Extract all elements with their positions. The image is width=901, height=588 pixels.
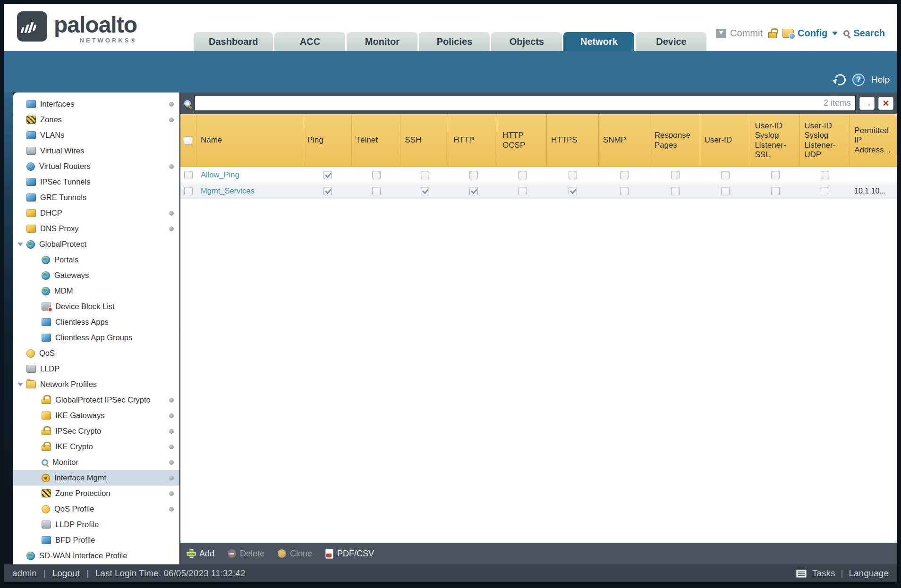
sidebar-item-ike-crypto[interactable]: IKE Crypto xyxy=(13,439,179,454)
unchecked-checkbox[interactable] xyxy=(518,187,527,195)
clone-button[interactable]: Clone xyxy=(278,549,312,559)
unchecked-checkbox[interactable] xyxy=(372,187,381,195)
sidebar-item-clientless-apps[interactable]: Clientless Apps xyxy=(13,314,179,330)
tab-device[interactable]: Device xyxy=(636,32,706,51)
sidebar-item-gateways[interactable]: Gateways xyxy=(13,268,179,283)
unchecked-checkbox[interactable] xyxy=(671,171,680,179)
help-icon[interactable]: ? xyxy=(852,74,865,86)
profile-name-link[interactable]: Allow_Ping xyxy=(201,170,239,179)
column-header-response-pages[interactable]: Response Pages xyxy=(650,114,700,167)
unchecked-checkbox[interactable] xyxy=(771,171,780,179)
tab-policies[interactable]: Policies xyxy=(419,32,490,51)
column-header-http[interactable]: HTTP xyxy=(449,114,498,167)
tasks-link[interactable]: Tasks xyxy=(812,568,835,579)
clear-filter-button[interactable]: × xyxy=(878,97,893,110)
unchecked-checkbox[interactable] xyxy=(518,171,527,179)
unchecked-checkbox[interactable] xyxy=(372,171,381,179)
delete-button[interactable]: Delete xyxy=(228,549,264,559)
profile-name-link[interactable]: Mgmt_Services xyxy=(201,186,255,195)
unchecked-checkbox[interactable] xyxy=(569,171,577,179)
unchecked-checkbox[interactable] xyxy=(620,171,629,179)
refresh-icon[interactable] xyxy=(833,73,848,87)
row-select-checkbox[interactable] xyxy=(184,171,193,179)
column-header-telnet[interactable]: Telnet xyxy=(352,114,400,167)
sidebar-item-ipsec-crypto[interactable]: IPSec Crypto xyxy=(13,423,179,439)
sidebar-item-qos[interactable]: QoS xyxy=(13,345,179,361)
sidebar-item-sd-wan-interface-profile[interactable]: SD-WAN Interface Profile xyxy=(13,548,179,563)
column-header-ping[interactable]: Ping xyxy=(303,114,352,167)
unchecked-checkbox[interactable] xyxy=(821,187,829,195)
sidebar-item-virtual-wires[interactable]: Virtual Wires xyxy=(13,143,179,159)
sidebar-item-globalprotect-ipsec-crypto[interactable]: GlobalProtect IPSec Crypto xyxy=(13,392,179,408)
tasks-icon[interactable] xyxy=(796,570,807,578)
tab-dashboard[interactable]: Dashboard xyxy=(194,32,273,51)
lock-icon[interactable] xyxy=(768,32,777,38)
unchecked-checkbox[interactable] xyxy=(821,171,829,179)
apply-filter-button[interactable]: → xyxy=(859,97,875,110)
column-header-http-ocsp[interactable]: HTTP OCSP xyxy=(498,114,547,167)
name-cell: Allow_Ping xyxy=(196,167,303,183)
pdf-csv-button[interactable]: PDF/CSV xyxy=(325,549,374,559)
tab-monitor[interactable]: Monitor xyxy=(347,32,417,51)
tab-acc[interactable]: ACC xyxy=(274,32,345,51)
sidebar-item-dns-proxy[interactable]: DNS Proxy xyxy=(13,221,179,236)
sidebar-item-label: DNS Proxy xyxy=(40,224,79,233)
sidebar-item-qos-profile[interactable]: QoS Profile xyxy=(13,501,179,517)
checked-checkbox[interactable] xyxy=(323,187,332,195)
column-header-https[interactable]: HTTPS xyxy=(547,114,599,167)
unchecked-checkbox[interactable] xyxy=(469,171,478,179)
row-select-checkbox[interactable] xyxy=(184,187,193,195)
sidebar-item-zone-protection[interactable]: Zone Protection xyxy=(13,486,179,501)
config-menu-button[interactable]: Config xyxy=(782,28,838,39)
help-label[interactable]: Help xyxy=(871,75,890,85)
sidebar-item-zones[interactable]: Zones xyxy=(13,112,179,127)
sidebar-item-lldp-profile[interactable]: LLDP Profile xyxy=(13,517,179,532)
filter-input[interactable] xyxy=(195,96,856,111)
checked-checkbox[interactable] xyxy=(323,171,332,179)
column-header-name[interactable]: Name xyxy=(196,114,303,167)
unchecked-checkbox[interactable] xyxy=(721,187,730,195)
sidebar-item-ike-gateways[interactable]: IKE Gateways xyxy=(13,408,179,423)
expand-caret-icon[interactable] xyxy=(17,383,23,386)
global-search-button[interactable]: Search xyxy=(843,28,885,39)
commit-button[interactable]: Commit xyxy=(716,28,763,39)
checked-checkbox[interactable] xyxy=(469,187,478,195)
sidebar-item-vlans[interactable]: VLANs xyxy=(13,127,179,143)
sidebar-item-interfaces[interactable]: Interfaces xyxy=(13,96,179,112)
sidebar-item-monitor[interactable]: Monitor xyxy=(13,454,179,470)
logout-link[interactable]: Logout xyxy=(52,568,80,579)
sidebar-item-globalprotect[interactable]: GlobalProtect xyxy=(13,236,179,252)
unchecked-checkbox[interactable] xyxy=(721,171,730,179)
sidebar-item-lldp[interactable]: LLDP xyxy=(13,361,179,377)
sidebar-item-ipsec-tunnels[interactable]: IPSec Tunnels xyxy=(13,174,179,190)
column-header-ssh[interactable]: SSH xyxy=(400,114,449,167)
column-header-user-id-syslog-listener-ssl[interactable]: User-ID Syslog Listener-SSL xyxy=(750,114,800,167)
unchecked-checkbox[interactable] xyxy=(620,187,629,195)
sidebar-item-device-block-list[interactable]: Device Block List xyxy=(13,299,179,314)
column-header-snmp[interactable]: SNMP xyxy=(599,114,650,167)
sidebar-item-dhcp[interactable]: DHCP xyxy=(13,205,179,221)
tab-network[interactable]: Network xyxy=(563,32,634,51)
tab-objects[interactable]: Objects xyxy=(491,32,562,51)
sidebar-item-virtual-routers[interactable]: Virtual Routers xyxy=(13,159,179,174)
sidebar-item-interface-mgmt[interactable]: Interface Mgmt xyxy=(13,470,179,486)
language-link[interactable]: Language xyxy=(849,568,889,579)
sidebar-item-clientless-app-groups[interactable]: Clientless App Groups xyxy=(13,330,179,345)
sidebar-item-bfd-profile[interactable]: BFD Profile xyxy=(13,532,179,548)
sidebar-item-portals[interactable]: Portals xyxy=(13,252,179,268)
column-header-user-id-syslog-listener-udp[interactable]: User-ID Syslog Listener-UDP xyxy=(800,114,850,167)
unchecked-checkbox[interactable] xyxy=(771,187,780,195)
pdfcsv-icon xyxy=(325,549,333,559)
sidebar-item-mdm[interactable]: MDM xyxy=(13,283,179,299)
checked-checkbox[interactable] xyxy=(569,187,577,195)
checked-checkbox[interactable] xyxy=(421,187,429,195)
unchecked-checkbox[interactable] xyxy=(671,187,680,195)
add-button[interactable]: Add xyxy=(187,549,214,559)
column-header-permitted-ip-address[interactable]: Permitted IP Address... xyxy=(850,114,897,167)
column-header-user-id[interactable]: User-ID xyxy=(700,114,751,167)
sidebar-item-gre-tunnels[interactable]: GRE Tunnels xyxy=(13,190,179,205)
unchecked-checkbox[interactable] xyxy=(421,171,429,179)
sidebar-item-network-profiles[interactable]: Network Profiles xyxy=(13,377,179,392)
expand-caret-icon[interactable] xyxy=(17,243,23,246)
select-all-checkbox[interactable] xyxy=(184,136,192,145)
